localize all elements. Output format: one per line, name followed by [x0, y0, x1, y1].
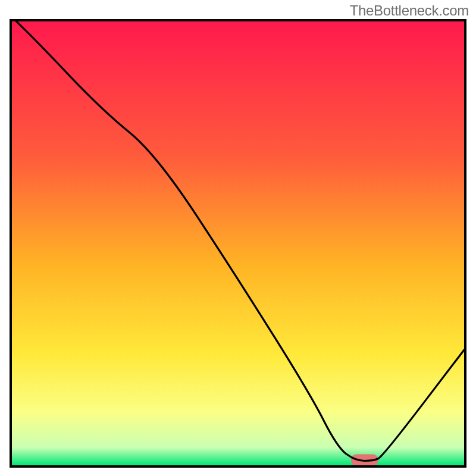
chart-plot-area [12, 21, 464, 465]
chart-canvas: TheBottleneck.com [0, 0, 476, 476]
gradient-background [12, 21, 464, 465]
chart-svg [12, 21, 464, 465]
site-watermark: TheBottleneck.com [350, 2, 469, 19]
